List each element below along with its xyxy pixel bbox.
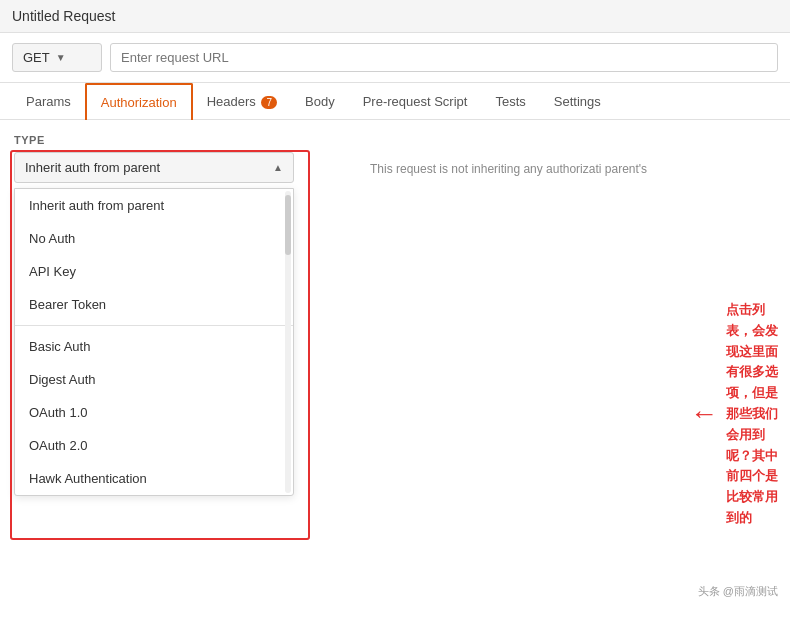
page-title: Untitled Request — [12, 8, 116, 24]
method-dropdown[interactable]: GET ▼ — [12, 43, 102, 72]
dropdown-item-apikey[interactable]: API Key — [15, 255, 293, 288]
tab-tests[interactable]: Tests — [481, 84, 539, 119]
left-panel: TYPE Inherit auth from parent ▲ Inherit … — [0, 120, 350, 607]
tab-prerequest[interactable]: Pre-request Script — [349, 84, 482, 119]
method-label: GET — [23, 50, 50, 65]
tab-headers[interactable]: Headers 7 — [193, 84, 291, 119]
url-input[interactable] — [110, 43, 778, 72]
dropdown-item-noauth[interactable]: No Auth — [15, 222, 293, 255]
dropdown-item-hawk[interactable]: Hawk Authentication — [15, 462, 293, 495]
tab-settings[interactable]: Settings — [540, 84, 615, 119]
annotation: ← 点击列表，会发现这里面有很多选项，但是那些我们会用到呢？其中前四个是比较常用… — [690, 300, 790, 529]
type-selector[interactable]: Inherit auth from parent ▲ — [14, 152, 294, 183]
type-arrow-icon: ▲ — [273, 162, 283, 173]
dropdown-divider — [15, 325, 293, 326]
dropdown-scrollbar[interactable] — [285, 191, 291, 493]
dropdown-item-oauth2[interactable]: OAuth 2.0 — [15, 429, 293, 462]
main-content: TYPE Inherit auth from parent ▲ Inherit … — [0, 120, 790, 607]
tab-body[interactable]: Body — [291, 84, 349, 119]
dropdown-item-inherit[interactable]: Inherit auth from parent — [15, 189, 293, 222]
title-bar: Untitled Request — [0, 0, 790, 33]
tab-params[interactable]: Params — [12, 84, 85, 119]
selected-type-label: Inherit auth from parent — [25, 160, 160, 175]
auth-type-dropdown: Inherit auth from parent No Auth API Key… — [14, 188, 294, 496]
dropdown-item-bearer[interactable]: Bearer Token — [15, 288, 293, 321]
annotation-text: 点击列表，会发现这里面有很多选项，但是那些我们会用到呢？其中前四个是比较常用到的 — [726, 300, 790, 529]
headers-badge: 7 — [261, 96, 277, 109]
tabs-bar: Params Authorization Headers 7 Body Pre-… — [0, 83, 790, 120]
type-label: TYPE — [14, 134, 336, 146]
dropdown-scrollbar-thumb — [285, 195, 291, 255]
right-panel: This request is not inheriting any autho… — [350, 120, 790, 607]
method-arrow-icon: ▼ — [56, 52, 66, 63]
dropdown-item-digest[interactable]: Digest Auth — [15, 363, 293, 396]
annotation-arrow-icon: ← — [690, 400, 718, 428]
inherit-message: This request is not inheriting any autho… — [370, 160, 650, 178]
watermark: 头条 @雨滴测试 — [698, 584, 778, 599]
url-bar: GET ▼ — [0, 33, 790, 83]
dropdown-item-basic[interactable]: Basic Auth — [15, 330, 293, 363]
tab-authorization[interactable]: Authorization — [85, 83, 193, 120]
dropdown-item-oauth1[interactable]: OAuth 1.0 — [15, 396, 293, 429]
